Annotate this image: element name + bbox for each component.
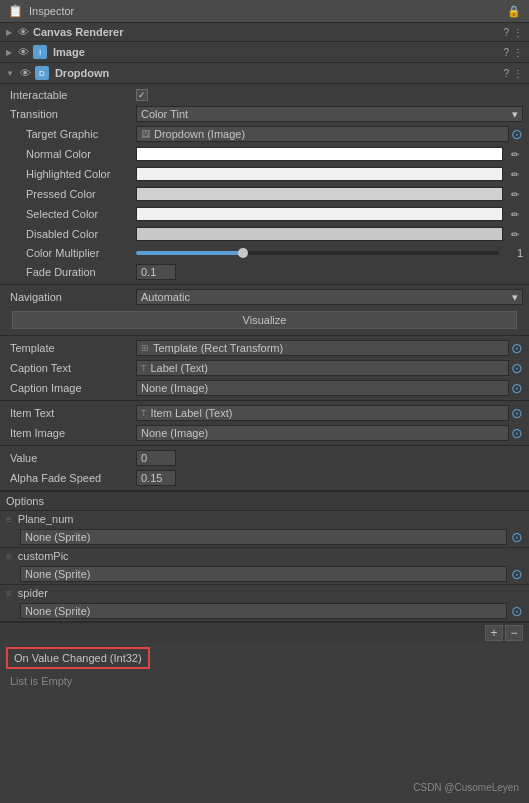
caption-image-circle[interactable]: ⊙ — [511, 380, 523, 396]
option-sprite-circle-0[interactable]: ⊙ — [511, 529, 523, 545]
remove-option-button[interactable]: − — [505, 625, 523, 641]
options-list: ≡ Plane_num None (Sprite) ⊙ ≡ customPic … — [0, 511, 529, 622]
selected-color-label: Selected Color — [6, 208, 136, 220]
option-item-2: ≡ spider None (Sprite) ⊙ — [0, 585, 529, 622]
option-sprite-row-0: None (Sprite) ⊙ — [0, 527, 529, 547]
item-text-field[interactable]: T Item Label (Text) — [136, 405, 509, 421]
image-expand[interactable]: ▶ — [6, 48, 12, 57]
dropdown-properties: Interactable ✓ Transition Color Tint ▾ T… — [0, 84, 529, 491]
highlighted-color-swatch[interactable] — [136, 167, 503, 181]
item-text-row: Item Text T Item Label (Text) ⊙ — [0, 403, 529, 423]
target-graphic-circle[interactable]: ⊙ — [511, 126, 523, 142]
interactable-label: Interactable — [6, 89, 136, 101]
item-text-circle[interactable]: ⊙ — [511, 405, 523, 421]
canvas-renderer-help[interactable]: ? — [503, 27, 509, 38]
image-eye-icon[interactable]: 👁 — [18, 46, 29, 58]
disabled-color-eyedropper[interactable]: ✏ — [507, 226, 523, 242]
item-image-circle[interactable]: ⊙ — [511, 425, 523, 441]
disabled-color-swatch[interactable] — [136, 227, 503, 241]
canvas-renderer-menu[interactable]: ⋮ — [513, 27, 523, 38]
item-image-field[interactable]: None (Image) — [136, 425, 509, 441]
event-section: On Value Changed (Int32) List is Empty — [0, 643, 529, 693]
event-header: On Value Changed (Int32) — [6, 647, 150, 669]
option-name-row-1: ≡ customPic — [0, 548, 529, 564]
canvas-renderer-section: ▶ 👁 Canvas Renderer ? ⋮ — [0, 23, 529, 42]
value-field[interactable]: 0 — [136, 450, 176, 466]
option-name-0: Plane_num — [18, 513, 74, 525]
navigation-dropdown[interactable]: Automatic ▾ — [136, 289, 523, 305]
image-menu[interactable]: ⋮ — [513, 47, 523, 58]
transition-row: Transition Color Tint ▾ — [0, 104, 529, 124]
caption-image-row: Caption Image None (Image) ⊙ — [0, 378, 529, 398]
pressed-color-eyedropper[interactable]: ✏ — [507, 186, 523, 202]
selected-color-eyedropper[interactable]: ✏ — [507, 206, 523, 222]
selected-color-row: Selected Color ✏ — [0, 204, 529, 224]
fade-duration-value[interactable]: 0.1 — [136, 264, 176, 280]
option-sprite-field-2[interactable]: None (Sprite) — [20, 603, 507, 619]
visualize-button[interactable]: Visualize — [12, 311, 517, 329]
navigation-dropdown-arrow: ▾ — [512, 291, 518, 304]
value-row: Value 0 — [0, 448, 529, 468]
caption-text-row: Caption Text T Label (Text) ⊙ — [0, 358, 529, 378]
template-circle[interactable]: ⊙ — [511, 340, 523, 356]
dropdown-eye-icon[interactable]: 👁 — [20, 67, 31, 79]
lock-icon[interactable]: 🔒 — [507, 5, 521, 18]
normal-color-row: Normal Color ✏ — [0, 144, 529, 164]
highlighted-color-label: Highlighted Color — [6, 168, 136, 180]
navigation-row: Navigation Automatic ▾ — [0, 287, 529, 307]
dropdown-label: Dropdown — [55, 67, 109, 79]
pressed-color-label: Pressed Color — [6, 188, 136, 200]
caption-text-circle[interactable]: ⊙ — [511, 360, 523, 376]
highlighted-color-eyedropper[interactable]: ✏ — [507, 166, 523, 182]
option-sprite-circle-1[interactable]: ⊙ — [511, 566, 523, 582]
transition-label: Transition — [6, 108, 136, 120]
option-item-1: ≡ customPic None (Sprite) ⊙ — [0, 548, 529, 585]
selected-color-swatch[interactable] — [136, 207, 503, 221]
option-sprite-row-2: None (Sprite) ⊙ — [0, 601, 529, 621]
option-sprite-field-0[interactable]: None (Sprite) — [20, 529, 507, 545]
normal-color-label: Normal Color — [6, 148, 136, 160]
pressed-color-swatch[interactable] — [136, 187, 503, 201]
event-list-empty: List is Empty — [6, 673, 523, 689]
value-label: Value — [6, 452, 136, 464]
image-help[interactable]: ? — [503, 47, 509, 58]
transition-dropdown[interactable]: Color Tint ▾ — [136, 106, 523, 122]
dropdown-section-icon: D — [35, 66, 49, 80]
dropdown-expand[interactable]: ▼ — [6, 69, 14, 78]
add-option-button[interactable]: + — [485, 625, 503, 641]
caption-image-field[interactable]: None (Image) — [136, 380, 509, 396]
alpha-fade-field[interactable]: 0.15 — [136, 470, 176, 486]
option-sprite-circle-2[interactable]: ⊙ — [511, 603, 523, 619]
option-name-row-2: ≡ spider — [0, 585, 529, 601]
watermark: CSDN @CusomeLeyen — [413, 782, 519, 793]
target-graphic-field[interactable]: 🖼 Dropdown (Image) — [136, 126, 509, 142]
title-bar-label: Inspector — [29, 5, 74, 17]
options-footer: + − — [0, 622, 529, 643]
options-header: Options — [0, 491, 529, 511]
drag-handle-2[interactable]: ≡ — [6, 588, 12, 599]
caption-text-field[interactable]: T Label (Text) — [136, 360, 509, 376]
color-multiplier-slider[interactable] — [136, 251, 499, 255]
transition-dropdown-arrow: ▾ — [512, 108, 518, 121]
dropdown-menu[interactable]: ⋮ — [513, 68, 523, 79]
inspector-icon: 📋 — [8, 4, 23, 18]
pressed-color-row: Pressed Color ✏ — [0, 184, 529, 204]
normal-color-eyedropper[interactable]: ✏ — [507, 146, 523, 162]
image-section-icon: I — [33, 45, 47, 59]
option-item-0: ≡ Plane_num None (Sprite) ⊙ — [0, 511, 529, 548]
drag-handle-1[interactable]: ≡ — [6, 551, 12, 562]
alpha-fade-label: Alpha Fade Speed — [6, 472, 136, 484]
visualize-row: Visualize — [0, 307, 529, 333]
dropdown-help[interactable]: ? — [503, 68, 509, 79]
caption-image-label: Caption Image — [6, 382, 136, 394]
drag-handle-0[interactable]: ≡ — [6, 514, 12, 525]
template-field[interactable]: ⊞ Template (Rect Transform) — [136, 340, 509, 356]
highlighted-color-row: Highlighted Color ✏ — [0, 164, 529, 184]
canvas-renderer-expand[interactable]: ▶ — [6, 28, 12, 37]
option-sprite-field-1[interactable]: None (Sprite) — [20, 566, 507, 582]
interactable-checkbox[interactable]: ✓ — [136, 89, 148, 101]
color-multiplier-value: 1 — [503, 247, 523, 259]
option-name-2: spider — [18, 587, 48, 599]
eye-icon[interactable]: 👁 — [18, 26, 29, 38]
normal-color-swatch[interactable] — [136, 147, 503, 161]
